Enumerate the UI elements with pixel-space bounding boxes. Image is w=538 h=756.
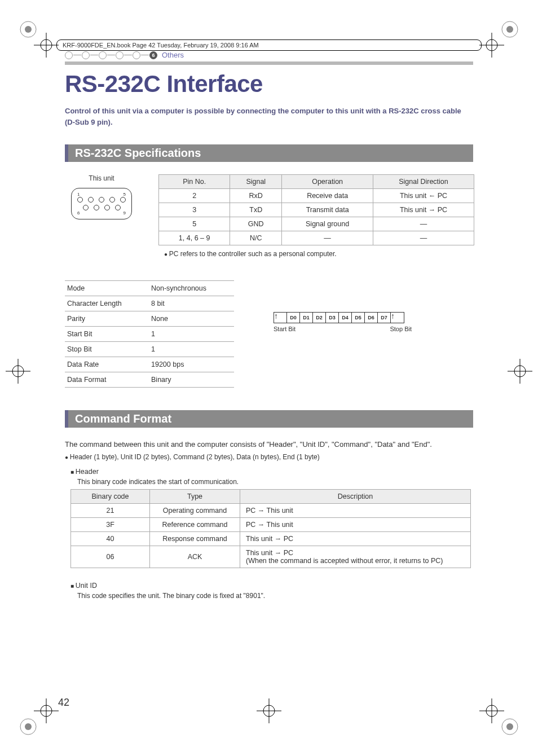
table-row: 2RxDReceive dataThis unit ← PC	[159, 189, 474, 203]
table-row: 1, 4, 6 – 9N/C——	[159, 231, 474, 245]
page-number: 42	[58, 697, 69, 709]
cell: 21	[71, 504, 150, 518]
cell: Reference command	[150, 518, 240, 532]
book-header: KRF-9000FDE_EN.book Page 42 Tuesday, Feb…	[56, 39, 482, 51]
bit-frame-diagram: ↑ D0 D1 D2 D3 D4 D5 D6 D7 ↑ Start Bit St…	[274, 312, 412, 332]
db9-connector-icon: 15 69	[71, 188, 132, 219]
th-operation: Operation	[282, 175, 373, 189]
table-row: Data Rate19200 bps	[65, 357, 234, 372]
bit-cell: D5	[351, 312, 365, 323]
cell: This unit ← PC	[373, 189, 474, 203]
registration-mark	[479, 698, 504, 723]
th-direction: Signal Direction	[373, 175, 474, 189]
stop-bit-label: Stop Bit	[390, 326, 412, 332]
th-signal: Signal	[230, 175, 282, 189]
connector-diagram: This unit 15 69	[65, 174, 138, 219]
cell: Start Bit	[65, 327, 149, 342]
start-bit-slot: ↑	[274, 312, 287, 323]
table-row: Data FormatBinary	[65, 372, 234, 388]
pin-spec-table: Pin No. Signal Operation Signal Directio…	[158, 174, 474, 245]
cell: Response command	[150, 532, 240, 546]
cell: N/C	[230, 231, 282, 245]
table-row: 3FReference commandPC → This unit	[71, 518, 471, 532]
cell: 2	[159, 189, 230, 203]
bit-cell: D3	[325, 312, 339, 323]
table-row: Character Length8 bit	[65, 296, 234, 311]
section-heading-command: Command Format	[65, 410, 473, 428]
cell: Receive data	[282, 189, 373, 203]
start-bit-label: Start Bit	[274, 326, 296, 332]
arrow-up-icon: ↑	[391, 311, 395, 320]
cell: Signal ground	[282, 217, 373, 231]
bit-cell: D6	[364, 312, 378, 323]
table-row: 21Operating commandPC → This unit	[71, 504, 471, 518]
th-pin: Pin No.	[159, 175, 230, 189]
registration-mark	[479, 33, 504, 58]
breadcrumb-step-active: 6	[149, 51, 157, 59]
breadcrumb-step	[65, 51, 73, 59]
cell: TxD	[230, 203, 282, 217]
cell: Data Format	[65, 372, 149, 388]
cell: 19200 bps	[149, 357, 234, 372]
svg-point-5	[25, 723, 32, 730]
cell: 1, 4, 6 – 9	[159, 231, 230, 245]
cell: —	[282, 231, 373, 245]
divider-bar	[65, 61, 473, 65]
svg-point-7	[506, 723, 513, 730]
unitid-subheading: Unit ID	[70, 582, 473, 590]
cell: PC → This unit	[240, 504, 471, 518]
spec-note: PC refers to the controller such as a pe…	[164, 250, 474, 258]
registration-mark	[34, 33, 59, 58]
breadcrumb-step	[99, 51, 107, 59]
bit-cell: D4	[338, 312, 352, 323]
unitid-description: This code specifies the unit. The binary…	[77, 592, 473, 600]
cell: PC → This unit	[240, 518, 471, 532]
cell: Mode	[65, 281, 149, 296]
cell: None	[149, 311, 234, 327]
breadcrumb-step	[133, 51, 140, 59]
cell: 1	[149, 342, 234, 357]
cell: —	[373, 231, 474, 245]
table-row: 06ACKThis unit → PC (When the command is…	[71, 546, 471, 568]
serial-params-table: ModeNon-synchronous Character Length8 bi…	[65, 280, 234, 388]
cell: Transmit data	[282, 203, 373, 217]
table-row: ParityNone	[65, 311, 234, 327]
table-row: Start Bit1	[65, 327, 234, 342]
table-row: 40Response commandThis unit → PC	[71, 532, 471, 546]
page-content: 6 Others RS-232C Interface Control of th…	[65, 51, 473, 705]
cell: ACK	[150, 546, 240, 568]
cell: Data Rate	[65, 357, 149, 372]
registration-mark	[6, 359, 30, 384]
breadcrumb-label: Others	[162, 51, 184, 59]
table-row: Stop Bit1	[65, 342, 234, 357]
table-row: 5GNDSignal ground—	[159, 217, 474, 231]
cell: 8 bit	[149, 296, 234, 311]
cell: Character Length	[65, 296, 149, 311]
header-description: This binary code indicates the start of …	[77, 478, 473, 486]
cell: Non-synchronous	[149, 281, 234, 296]
cell: Operating command	[150, 504, 240, 518]
stop-bit-slot: ↑	[391, 312, 404, 323]
table-row: 3TxDTransmit dataThis unit → PC	[159, 203, 474, 217]
bit-cell: D7	[377, 312, 391, 323]
header-code-table: Binary code Type Description 21Operating…	[70, 489, 471, 568]
connector-label: This unit	[65, 174, 138, 182]
cell: —	[373, 217, 474, 231]
header-subheading: Header	[70, 468, 473, 476]
cell: 3	[159, 203, 230, 217]
cell: 06	[71, 546, 150, 568]
command-intro: The command between this unit and the co…	[65, 440, 473, 449]
breadcrumb-step	[116, 51, 124, 59]
cell: RxD	[230, 189, 282, 203]
command-byte-note: Header (1 byte), Unit ID (2 bytes), Comm…	[65, 453, 473, 461]
registration-mark	[508, 359, 532, 384]
cell: This unit → PC	[373, 203, 474, 217]
cell: This unit → PC (When the command is acce…	[240, 546, 471, 568]
bit-cell: D0	[286, 312, 300, 323]
section-heading-specs: RS-232C Specifications	[65, 144, 473, 162]
cell: 1	[149, 327, 234, 342]
cell: 40	[71, 532, 150, 546]
th-type: Type	[150, 490, 240, 504]
cell: GND	[230, 217, 282, 231]
svg-point-3	[506, 26, 513, 33]
